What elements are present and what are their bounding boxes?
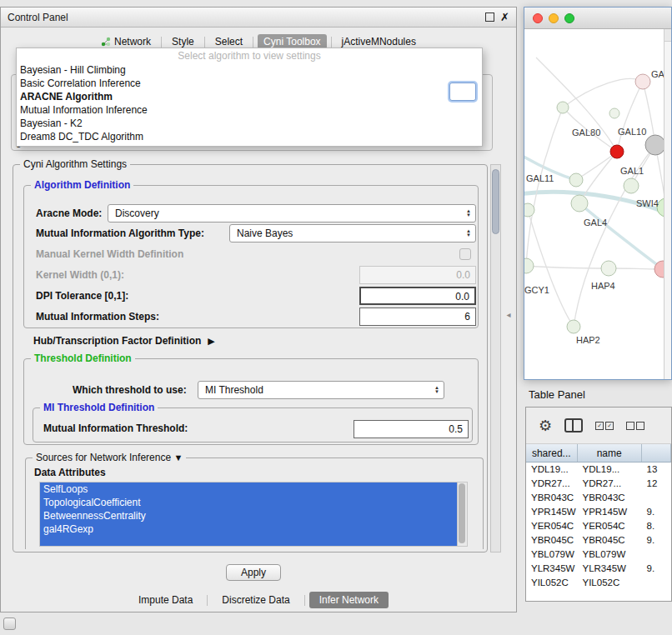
mi-threshold-field[interactable]: 0.5 — [354, 420, 469, 438]
combo-arrows-icon: ▲▼ — [466, 209, 471, 218]
minimize-traffic-light[interactable] — [549, 13, 559, 23]
close-traffic-light[interactable] — [533, 13, 543, 23]
panel-collapse-arrow-icon[interactable]: ◂ — [504, 308, 514, 322]
network-node[interactable] — [601, 261, 616, 276]
network-node[interactable] — [524, 258, 534, 273]
control-panel-window: Control Panel ✗ NetworkStyleSelectCyni T… — [0, 7, 517, 612]
table-panel-title: Table Panel — [529, 388, 585, 401]
mi-steps-field[interactable]: 6 — [359, 308, 476, 326]
mi-type-label: Mutual Information Algorithm Type: — [36, 224, 204, 242]
attribute-item-topologicalcoefficient[interactable]: TopologicalCoefficient — [40, 496, 457, 509]
table-cell — [642, 491, 671, 505]
network-node-label: HAP2 — [576, 335, 600, 345]
bottom-tab-impute-data[interactable]: Impute Data — [128, 592, 203, 608]
algorithm-option-basic-correlation-inference[interactable]: Basic Correlation Inference — [17, 77, 482, 90]
table-cell: YDR27... — [526, 477, 577, 491]
network-scrollbar[interactable] — [664, 29, 671, 379]
column-header-2[interactable]: name — [578, 444, 642, 462]
close-icon[interactable]: ✗ — [500, 12, 509, 22]
table-cell: 9. — [642, 533, 671, 548]
network-node-label: GAL1 — [620, 166, 644, 176]
settings-group-title: Cyni Algorithm Settings — [20, 158, 130, 170]
which-threshold-combo[interactable]: MI Threshold ▲▼ — [198, 381, 444, 399]
table-row[interactable]: YBR045CYBR045C9. — [526, 533, 671, 548]
table-row[interactable]: YIL052CYIL052C — [526, 576, 671, 590]
control-panel-titlebar[interactable]: Control Panel ✗ — [1, 8, 516, 28]
network-node[interactable] — [557, 102, 569, 113]
network-node[interactable] — [645, 135, 664, 155]
attribute-list-scrollbar[interactable] — [457, 482, 467, 546]
focused-spinner-field[interactable] — [449, 82, 476, 101]
select-all-icon[interactable]: ✓✓ — [595, 422, 614, 430]
combo-arrows-icon: ▲▼ — [466, 229, 471, 238]
tab-separator — [304, 595, 305, 606]
tab-label: Select — [215, 36, 243, 48]
dpi-tolerance-field[interactable]: 0.0 — [359, 287, 476, 305]
mi-threshold-label: Mutual Information Threshold: — [43, 419, 188, 438]
tab-label: Infer Network — [319, 594, 379, 606]
table-row[interactable]: YBL079WYBL079W — [526, 548, 671, 562]
network-node[interactable] — [524, 203, 534, 217]
bottom-tab-discretize-data[interactable]: Discretize Data — [212, 592, 299, 608]
attribute-list-box: SelfLoopsTopologicalCoefficientBetweenne… — [39, 482, 468, 547]
aracne-mode-combo[interactable]: Discovery ▲▼ — [108, 204, 476, 222]
minimized-panel-icon[interactable] — [3, 618, 16, 630]
table-cell: YLR345W — [526, 562, 577, 576]
network-node[interactable] — [624, 178, 639, 193]
network-canvas[interactable]: GALGAL80GAL10GAL11GAL1SWI4GAL4GCY1HAP4YH… — [524, 29, 671, 379]
table-row[interactable]: YBR043CYBR043C — [526, 491, 671, 505]
hub-definition-toggle[interactable]: Hub/Transcription Factor Definition ▶ — [33, 335, 215, 347]
float-window-icon[interactable] — [485, 12, 494, 22]
columns-icon[interactable] — [564, 418, 583, 432]
attribute-item-betweennesscentrality[interactable]: BetweennessCentrality — [40, 509, 457, 522]
network-node[interactable] — [610, 145, 624, 158]
table-row[interactable]: YER054CYER054C8. — [526, 519, 671, 533]
apply-button[interactable]: Apply — [226, 564, 281, 581]
zoom-traffic-light[interactable] — [564, 13, 574, 23]
table-cell: YBL079W — [577, 548, 641, 562]
gear-icon[interactable]: ⚙ — [539, 418, 552, 433]
network-node[interactable] — [609, 108, 619, 118]
bottom-tab-infer-network[interactable]: Infer Network — [309, 592, 389, 608]
algorithm-option-mutual-information-inference[interactable]: Mutual Information Inference — [17, 103, 482, 117]
tab-label: Cyni Toolbox — [263, 36, 320, 48]
table-panel-window: ⚙ ✓✓ shared...name YDL19...YDL19...13YDR… — [525, 407, 672, 602]
tab-separator — [161, 37, 162, 48]
sources-toggle[interactable]: Sources for Network Inference ▼ — [33, 452, 186, 463]
table-cell: YLR345W — [577, 562, 641, 576]
attribute-item-partial[interactable] — [40, 536, 457, 547]
table-row[interactable]: YLR345WYLR345W9. — [526, 562, 671, 576]
network-node[interactable] — [635, 74, 650, 89]
network-node-label: SWI4 — [636, 198, 659, 208]
algorithm-option-bayesian-k2[interactable]: Bayesian - K2 — [17, 117, 482, 130]
mi-type-combo[interactable]: Naive Bayes ▲▼ — [229, 224, 476, 242]
algorithm-option-dream8-dc-tdc-algorithm[interactable]: Dream8 DC_TDC Algorithm — [17, 130, 482, 143]
column-header-3[interactable] — [642, 444, 671, 462]
kernel-width-field[interactable]: 0.0 — [359, 266, 476, 284]
attribute-item-selfloops[interactable]: SelfLoops — [40, 482, 457, 496]
network-window-titlebar[interactable] — [524, 8, 671, 29]
settings-scrollbar[interactable] — [490, 164, 501, 552]
network-node[interactable] — [569, 173, 583, 187]
table-row[interactable]: YPR145WYPR145W9. — [526, 505, 671, 519]
scrollbar-button[interactable] — [664, 29, 671, 42]
column-header-1[interactable]: shared... — [526, 444, 578, 462]
tab-label: Discretize Data — [222, 594, 289, 606]
algorithm-option-aracne-algorithm[interactable]: ARACNE Algorithm — [17, 90, 482, 103]
table-row[interactable]: YDR27...YDR27...12 — [526, 477, 671, 491]
table-row[interactable]: YDL19...YDL19...13 — [526, 462, 671, 477]
sources-title: Sources for Network Inference — [36, 452, 171, 463]
deselect-all-icon[interactable] — [626, 422, 644, 430]
algorithm-option-bayesian-hill-climbing[interactable]: Bayesian - Hill Climbing — [17, 63, 482, 77]
tab-separator — [207, 595, 208, 606]
network-node[interactable] — [571, 195, 588, 212]
network-graph: GALGAL80GAL10GAL11GAL1SWI4GAL4GCY1HAP4YH… — [524, 29, 664, 379]
scrollbar-thumb[interactable] — [459, 483, 465, 543]
which-threshold-value: MI Threshold — [205, 384, 263, 396]
table-cell: 13 — [642, 462, 671, 477]
manual-kernel-checkbox[interactable] — [459, 248, 471, 260]
attribute-item-gal4rgexp[interactable]: gal4RGexp — [40, 522, 457, 536]
scrollbar-thumb[interactable] — [492, 169, 499, 234]
network-node[interactable] — [567, 320, 580, 333]
combo-arrows-icon: ▲▼ — [434, 386, 439, 394]
